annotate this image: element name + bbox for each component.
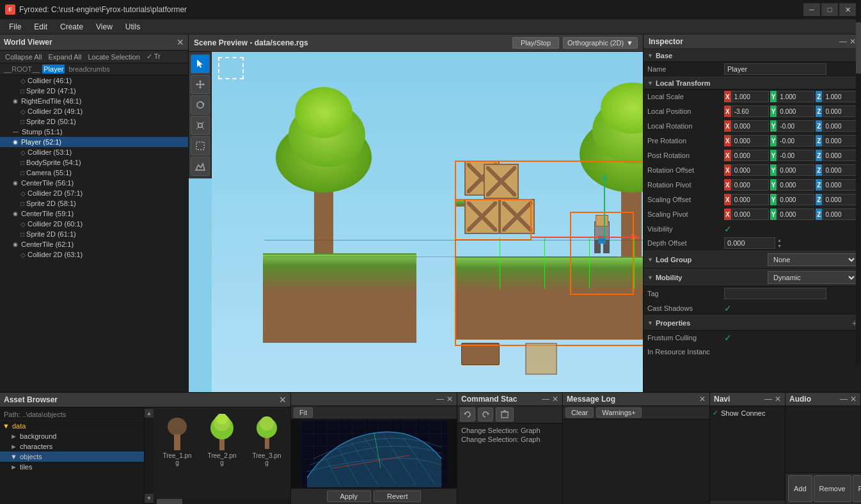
breadcrumb-root[interactable]: __ROOT__ — [3, 65, 41, 74]
inspector-scrollbar[interactable] — [856, 35, 861, 365]
scale-x-input[interactable] — [732, 91, 769, 102]
cmd-minimize[interactable]: — — [542, 395, 549, 404]
rot-x-input[interactable] — [732, 120, 769, 132]
rotoff-z-input[interactable] — [823, 164, 860, 176]
warnings-button[interactable]: Warnings+ — [596, 407, 641, 418]
ab-scroll-down-button[interactable]: ▼ — [145, 494, 154, 503]
ab-hscroll-thumb[interactable] — [157, 499, 182, 504]
inspector-close[interactable]: ✕ — [849, 37, 856, 46]
add-audio-button[interactable]: Add — [788, 475, 812, 502]
inspector-minimize[interactable]: — — [839, 37, 847, 46]
terrain-tool-button[interactable] — [191, 157, 210, 176]
move-tool-button[interactable] — [191, 75, 210, 94]
scene-canvas[interactable] — [189, 52, 643, 392]
tree-item-player52[interactable]: ◉ Player (52:1) — [0, 137, 188, 147]
lod-group-select[interactable]: None — [768, 253, 857, 266]
tree-item-centertile56[interactable]: ◉ CenterTile (56:1) — [0, 178, 188, 188]
tree-item-collider57[interactable]: ◇ Collider 2D (57:1) — [0, 188, 188, 198]
cast-shadows-check[interactable]: ✓ — [724, 303, 732, 313]
remove-audio-button[interactable]: Remove — [814, 475, 851, 502]
tree-item-sprite50[interactable]: □ Sprite 2D (50:1) — [0, 116, 188, 127]
tree-item-camera55[interactable]: □ Camera (55:1) — [0, 168, 188, 178]
redo-button[interactable] — [478, 407, 493, 421]
ab-scroll-up-button[interactable]: ▲ — [145, 409, 154, 418]
scoff-z-input[interactable] — [823, 194, 860, 205]
rotpiv-z-input[interactable] — [823, 179, 860, 191]
nav-minimize[interactable]: — — [764, 395, 772, 404]
ab-tree-objects[interactable]: ▼ objects — [0, 452, 144, 462]
rect-select-tool-button[interactable] — [191, 136, 210, 155]
clear-cmd-button[interactable] — [496, 407, 514, 421]
scpiv-y-input[interactable] — [777, 209, 814, 220]
rotpiv-y-input[interactable] — [777, 179, 814, 191]
file-tree1[interactable]: Tree_1.png — [159, 413, 196, 469]
tree-item-rightendtile48[interactable]: ◉ RightEndTile (48:1) — [0, 96, 188, 106]
tree-item-collider46[interactable]: ◇ Collider (46:1) — [0, 75, 188, 86]
undo-button[interactable] — [460, 407, 475, 421]
msg-log-close[interactable]: ✕ — [699, 395, 706, 404]
pos-x-input[interactable] — [732, 106, 769, 117]
visibility-check[interactable]: ✓ — [724, 224, 732, 234]
postrot-x-input[interactable] — [732, 150, 769, 161]
scale-y-input[interactable] — [777, 91, 814, 102]
tree-item-bodysprite54[interactable]: □ BodySprite (54:1) — [0, 157, 188, 168]
world-viewer-close[interactable]: ✕ — [177, 37, 184, 47]
pos-z-input[interactable] — [823, 106, 860, 117]
tree-item-stump51[interactable]: — Stump (51:1) — [0, 127, 188, 137]
menu-create[interactable]: Create — [54, 21, 90, 33]
tree-item-collider49[interactable]: ◇ Collider 2D (49:1) — [0, 106, 188, 116]
scoff-y-input[interactable] — [777, 194, 814, 205]
tree-item-sprite47[interactable]: □ Sprite 2D (47:1) — [0, 86, 188, 96]
postrot-z-input[interactable] — [823, 150, 860, 161]
local-transform-header[interactable]: ▼ Local Transform — [644, 77, 861, 90]
lod-group-header[interactable]: ▼ Lod Group None — [644, 251, 861, 269]
asset-browser-close[interactable]: ✕ — [279, 395, 287, 405]
tag-input[interactable] — [724, 288, 826, 299]
preview-minimize[interactable]: — — [436, 395, 444, 404]
file-tree3[interactable]: Tree_3.png — [248, 413, 285, 469]
scpiv-z-input[interactable] — [823, 209, 860, 220]
revert-button[interactable]: Revert — [374, 491, 421, 502]
expand-all-button[interactable]: Expand All — [45, 52, 84, 61]
rotate-tool-button[interactable] — [191, 95, 210, 114]
ab-tree-tiles[interactable]: ► tiles — [0, 462, 144, 472]
maximize-button[interactable]: □ — [821, 3, 838, 16]
clear-log-button[interactable]: Clear — [565, 407, 594, 418]
close-button[interactable]: ✕ — [839, 3, 856, 16]
name-input[interactable] — [724, 63, 826, 75]
ab-tree-data[interactable]: ▼ data — [0, 421, 144, 431]
menu-edit[interactable]: Edit — [28, 21, 54, 33]
rotoff-x-input[interactable] — [732, 164, 769, 176]
scale-z-input[interactable] — [823, 91, 860, 102]
prerot-y-input[interactable] — [777, 135, 814, 146]
tree-item-centertile59[interactable]: ◉ CenterTile (59:1) — [0, 209, 188, 219]
collapse-all-button[interactable]: Collapse All — [3, 52, 44, 61]
breadcrumb-player[interactable]: Player — [42, 65, 65, 74]
base-section-header[interactable]: ▼ Base — [644, 49, 861, 62]
tree-item-collider53[interactable]: ◇ Collider (53:1) — [0, 147, 188, 157]
apply-button[interactable]: Apply — [327, 491, 372, 502]
fit-button[interactable]: Fit — [294, 407, 313, 418]
scpiv-x-input[interactable] — [732, 209, 769, 220]
view-mode-dropdown[interactable]: Orthographic (2D) ▼ — [563, 37, 638, 49]
minimize-button[interactable]: ─ — [803, 3, 820, 16]
select-tool-button[interactable] — [191, 54, 210, 74]
locate-selection-button[interactable]: Locate Selection — [85, 52, 142, 61]
tree-item-collider60[interactable]: ◇ Collider 2D (60:1) — [0, 219, 188, 229]
ab-tree-characters[interactable]: ► characters — [0, 441, 144, 452]
cmd-close[interactable]: ✕ — [552, 395, 558, 404]
properties-section-header[interactable]: ▼ Properties + — [644, 315, 861, 331]
play-stop-button[interactable]: Play/Stop — [512, 37, 559, 49]
prerot-z-input[interactable] — [823, 135, 860, 146]
inspector-scrollbar-thumb[interactable] — [856, 35, 861, 74]
pos-y-input[interactable] — [777, 106, 814, 117]
audio-close[interactable]: ✕ — [850, 395, 857, 404]
ab-tree-background[interactable]: ► background — [0, 431, 144, 441]
prerot-x-input[interactable] — [732, 135, 769, 146]
tree-item-sprite58[interactable]: □ Sprite 2D (58:1) — [0, 198, 188, 209]
nav-close[interactable]: ✕ — [775, 395, 781, 404]
postrot-y-input[interactable] — [777, 150, 814, 161]
tr-button[interactable]: ✓ Tr — [144, 52, 163, 61]
tree-item-sprite61[interactable]: □ Sprite 2D (61:1) — [0, 229, 188, 239]
menu-view[interactable]: View — [90, 21, 119, 33]
